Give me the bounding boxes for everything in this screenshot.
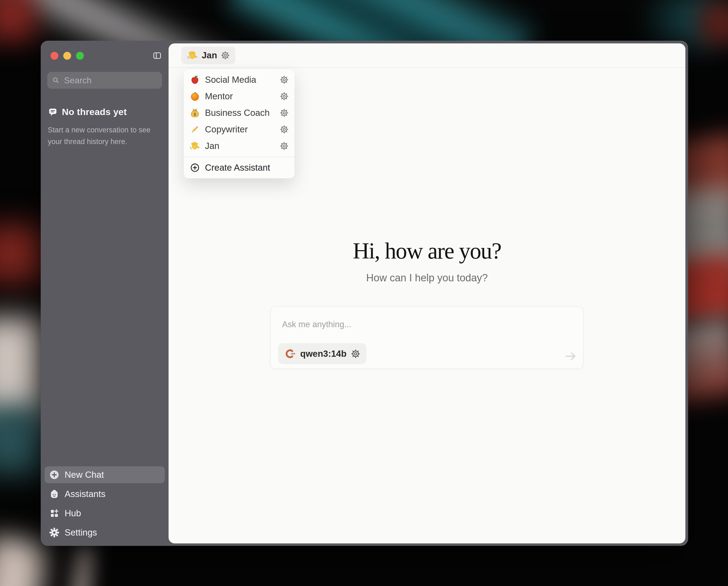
pencil-icon: [189, 124, 200, 135]
assistant-dropdown-menu: Social Media Mentor Business Coach: [183, 69, 295, 179]
sidebar-item-label: New Chat: [64, 470, 104, 480]
window-controls: [47, 52, 162, 60]
sidebar-toggle-icon: [153, 51, 162, 60]
empty-desc-line1: Start a new conversation to see: [48, 126, 150, 134]
wallpaper-red-top-right: [702, 4, 728, 42]
gear-icon: [280, 92, 289, 101]
search-input[interactable]: [63, 75, 157, 86]
gear-icon[interactable]: [221, 51, 230, 60]
message-input[interactable]: [282, 319, 549, 329]
sidebar-item-label: Settings: [64, 527, 97, 538]
wallpaper-streak-bottom: [68, 543, 96, 586]
sidebar-spacer: [47, 148, 162, 467]
jan-app-window: No threads yet Start a new conversation …: [41, 41, 688, 546]
grid-plus-icon: [49, 508, 59, 518]
welcome-hero: Hi, how are you? How can I help you toda…: [168, 238, 685, 284]
create-assistant-label: Create Assistant: [205, 162, 270, 173]
hero-title: Hi, how are you?: [168, 238, 685, 264]
minimize-window-button[interactable]: [63, 52, 71, 60]
model-selector-button[interactable]: qwen3:14b: [278, 343, 366, 364]
arrow-right-icon: [564, 349, 578, 363]
assistant-settings-button[interactable]: [280, 92, 289, 101]
assistant-item-copywriter[interactable]: Copywriter: [184, 121, 294, 137]
waving-hand-icon: [187, 50, 198, 61]
sidebar-nav: New Chat Assistants Hub Settings: [45, 467, 165, 541]
sidebar-toggle-button[interactable]: [152, 51, 162, 60]
send-message-button[interactable]: [564, 349, 578, 363]
assistants-bot-icon: [49, 489, 59, 499]
assistant-settings-button[interactable]: [280, 108, 289, 117]
assistant-item-label: Jan: [205, 141, 275, 151]
money-bag-icon: [189, 107, 200, 118]
gear-icon: [280, 141, 289, 151]
model-settings-button[interactable]: [351, 349, 361, 358]
search-icon: [52, 76, 60, 84]
message-composer: qwen3:14b: [270, 306, 583, 369]
close-window-button[interactable]: [51, 52, 58, 60]
main-panel: Jan Social Media Mentor: [168, 44, 685, 543]
sidebar-item-assistants[interactable]: Assistants: [45, 486, 165, 502]
plus-circle-icon: [49, 470, 59, 480]
wallpaper-teal-left: [0, 406, 46, 473]
gear-icon: [280, 108, 289, 117]
empty-state-description: Start a new conversation to see your thr…: [48, 124, 161, 148]
llama-cpp-logo-icon: [284, 348, 296, 360]
sidebar-item-hub[interactable]: Hub: [45, 505, 165, 522]
sidebar: No threads yet Start a new conversation …: [41, 41, 168, 546]
chat-bubble-icon: [48, 107, 58, 117]
model-name: qwen3:14b: [300, 349, 347, 359]
assistant-settings-button[interactable]: [280, 141, 289, 151]
sidebar-item-settings[interactable]: Settings: [45, 524, 165, 541]
gear-icon: [280, 125, 289, 134]
sidebar-item-label: Assistants: [64, 489, 105, 499]
sidebar-item-label: Hub: [64, 508, 81, 518]
assistant-settings-button[interactable]: [280, 125, 289, 134]
threads-empty-state: No threads yet Start a new conversation …: [47, 107, 162, 148]
assistant-item-label: Business Coach: [205, 108, 275, 118]
zoom-window-button[interactable]: [76, 52, 84, 60]
assistant-name: Jan: [202, 50, 217, 60]
assistant-item-label: Copywriter: [205, 124, 275, 135]
assistant-item-business-coach[interactable]: Business Coach: [184, 104, 294, 121]
tangerine-icon: [189, 91, 200, 102]
sidebar-item-new-chat[interactable]: New Chat: [45, 467, 165, 483]
assistant-selector-button[interactable]: Jan: [181, 47, 235, 64]
create-assistant-button[interactable]: Create Assistant: [184, 157, 294, 178]
assistant-item-mentor[interactable]: Mentor: [184, 88, 294, 104]
plus-circle-icon: [190, 163, 200, 172]
assistant-item-label: Social Media: [205, 75, 275, 85]
assistant-item-social-media[interactable]: Social Media: [184, 71, 294, 88]
hero-subtitle: How can I help you today?: [168, 272, 685, 284]
gear-icon: [49, 527, 59, 538]
topbar: Jan: [168, 44, 685, 68]
gear-icon: [280, 75, 289, 84]
assistant-settings-button[interactable]: [280, 75, 289, 84]
apple-icon: [189, 74, 200, 85]
assistant-item-label: Mentor: [205, 91, 275, 102]
empty-desc-line2: your thread history here.: [48, 137, 127, 146]
thread-search: [47, 72, 162, 89]
waving-hand-icon: [189, 140, 200, 151]
wallpaper-red-top-left: [0, 0, 35, 41]
empty-state-title: No threads yet: [62, 107, 127, 117]
gear-icon: [351, 349, 361, 358]
assistant-menu-list: Social Media Mentor Business Coach: [184, 69, 294, 157]
assistant-item-jan[interactable]: Jan: [184, 137, 294, 154]
wallpaper-red-left: [0, 225, 46, 282]
